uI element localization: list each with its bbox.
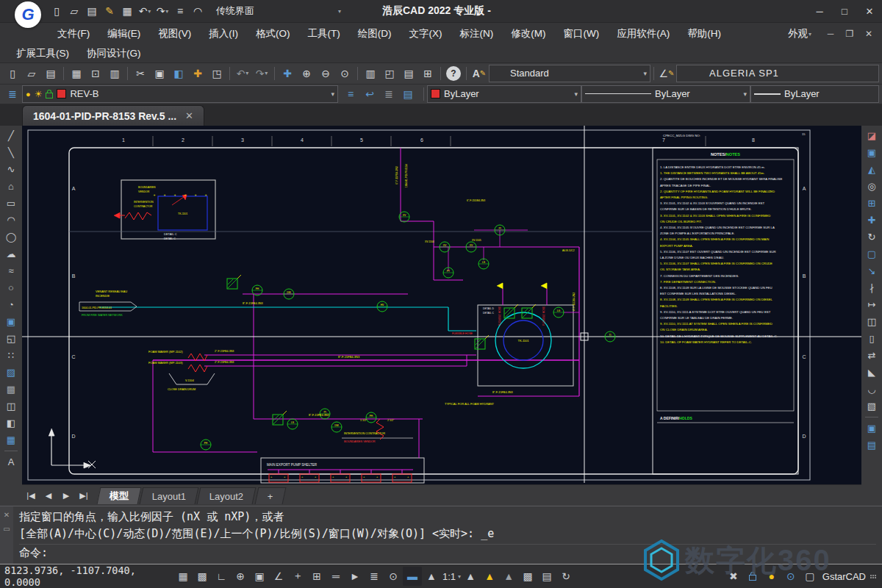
angular-snap-button[interactable]: ∠ xyxy=(269,567,288,586)
rotate-button[interactable]: ↻ xyxy=(863,229,881,245)
status-bulb-button[interactable]: ● xyxy=(762,567,781,586)
ortho-mode-button[interactable]: ∟ xyxy=(212,567,231,586)
layer-walk-button[interactable]: ≣ xyxy=(365,567,384,586)
paste-button[interactable]: ◧ xyxy=(169,64,188,83)
tool-palettes-button[interactable]: ▤ xyxy=(399,64,418,83)
layout-tab-Layout1[interactable]: Layout1 xyxy=(140,487,199,504)
auto-annotation-button[interactable]: ▲ xyxy=(499,567,518,586)
make-block-button[interactable]: ◱ xyxy=(2,330,20,347)
erase-button[interactable]: ◪ xyxy=(863,127,881,144)
layer-isolate-button[interactable]: ≣ xyxy=(379,85,398,104)
menu-item-11[interactable]: 应用软件(A) xyxy=(608,23,678,45)
workspace-stack-button[interactable]: ≡ xyxy=(172,2,188,20)
stretch-button[interactable]: ↘ xyxy=(863,262,881,279)
menu-item-0[interactable]: 文件(F) xyxy=(49,23,98,45)
open-folder-button[interactable]: ▱ xyxy=(66,2,82,20)
menu-item-9[interactable]: 修改(M) xyxy=(502,23,554,45)
line-button[interactable]: ╱ xyxy=(2,127,20,144)
polygon-button[interactable]: ⌂ xyxy=(2,178,20,195)
menu-item-10[interactable]: 窗口(W) xyxy=(555,23,609,45)
array-button[interactable]: ⊞ xyxy=(863,195,881,212)
layout-tab-Layout2[interactable]: Layout2 xyxy=(197,487,257,504)
revision-cloud-button[interactable]: ☁ xyxy=(2,245,20,262)
open-button[interactable]: ▱ xyxy=(22,64,41,83)
minimize-button[interactable]: ─ xyxy=(807,0,832,22)
break-button[interactable]: ▯ xyxy=(863,330,881,347)
layout-nav-0[interactable]: |◀ xyxy=(22,487,40,504)
mdi-minimize-button[interactable]: ─ xyxy=(822,26,839,42)
document-tab[interactable]: 1604-01-PID-PR-8153 Rev.5 ... ✕ xyxy=(22,105,204,126)
selection-cycling-button[interactable]: ► xyxy=(345,567,365,586)
zoom-previous-button[interactable]: ⊙ xyxy=(335,64,354,83)
annotation-scale-button[interactable]: ▲ xyxy=(461,567,480,586)
mdi-close-button[interactable]: ✕ xyxy=(860,26,878,42)
cycle-button[interactable]: ↻ xyxy=(556,567,576,586)
undo-button[interactable]: ↶▾ xyxy=(233,64,252,83)
snap-mode-button[interactable]: ▩ xyxy=(193,567,212,586)
layout-tab-模型[interactable]: 模型 xyxy=(97,487,142,504)
region-button[interactable]: ◫ xyxy=(2,398,20,415)
extend-button[interactable]: ↦ xyxy=(863,296,881,313)
headset-button[interactable]: ◠ xyxy=(190,2,206,20)
annotation-visibility-button[interactable]: ▲ xyxy=(480,567,499,586)
menu-item-2[interactable]: 视图(V) xyxy=(149,23,200,45)
magnifier-button[interactable]: ⊙ xyxy=(384,567,403,586)
layout-nav-1[interactable]: ◀ xyxy=(40,487,57,504)
print-button[interactable]: ▦ xyxy=(67,64,86,83)
quick-properties-button[interactable]: ▤ xyxy=(537,567,556,586)
print-button[interactable]: ▦ xyxy=(119,2,135,20)
menu-item-1[interactable]: 协同设计(G) xyxy=(78,43,150,65)
circle-button[interactable]: ◯ xyxy=(2,229,20,245)
hardware-acceleration-button[interactable]: ▬ xyxy=(403,567,422,586)
rectangle-button[interactable]: ▭ xyxy=(2,195,20,212)
arc-button[interactable]: ◠ xyxy=(2,212,20,229)
polyline-button[interactable]: ∿ xyxy=(2,161,20,178)
copy-clip-button[interactable]: ▣ xyxy=(150,64,169,83)
grid-display-button[interactable]: ▦ xyxy=(173,567,193,586)
layout-nav-2[interactable]: ▶ xyxy=(57,487,75,504)
dim-style-combo[interactable]: ALGERIA SP1 xyxy=(676,65,879,82)
lineweight-display-button[interactable]: ═ xyxy=(326,567,345,586)
copy-button[interactable]: ▣ xyxy=(863,144,881,161)
workspace-switcher[interactable]: 传统界面 ▾ xyxy=(210,2,347,20)
maximize-button[interactable]: □ xyxy=(832,0,857,22)
resize-grip[interactable] xyxy=(870,575,878,578)
command-options-icon[interactable]: ▭ xyxy=(3,525,10,533)
layer-previous-button[interactable]: ↩ xyxy=(360,85,379,104)
appearance-menu[interactable]: 外观 ▾ xyxy=(779,23,820,45)
lock-ui-button[interactable] xyxy=(743,567,762,586)
clean-screen-button[interactable]: ✖ xyxy=(724,567,743,586)
group-button[interactable]: ▤ xyxy=(863,437,881,453)
dynamic-input-button[interactable]: ⊞ xyxy=(307,567,326,586)
construction-line-button[interactable]: ╲ xyxy=(2,144,20,161)
spline-button[interactable]: ≈ xyxy=(2,262,20,279)
fullscreen-button[interactable]: ▢ xyxy=(800,567,820,586)
object-snap-button[interactable]: ▣ xyxy=(250,567,269,586)
zoom-window-button[interactable]: ⊖ xyxy=(316,64,335,83)
offset-button[interactable]: ◎ xyxy=(863,178,881,195)
raster-image-button[interactable]: ◧ xyxy=(2,415,20,431)
new-file-button[interactable]: ▯ xyxy=(49,2,65,20)
color-combo[interactable]: ByLayer ▾ xyxy=(427,85,581,103)
hatch-preview-button[interactable]: ▩ xyxy=(518,567,537,586)
undo-button[interactable]: ↶▾ xyxy=(137,2,153,20)
box-button[interactable]: ▧ xyxy=(863,398,881,415)
gradient-button[interactable]: ▩ xyxy=(2,381,20,398)
copy-base-point-button[interactable]: ◳ xyxy=(207,64,226,83)
crosshair-button[interactable]: ＋ xyxy=(288,567,307,586)
layer-states-button[interactable]: ≡ xyxy=(341,85,360,104)
menu-item-6[interactable]: 绘图(D) xyxy=(349,23,401,45)
menu-item-1[interactable]: 编辑(E) xyxy=(98,23,149,45)
print-preview-button[interactable]: ⊡ xyxy=(86,64,105,83)
command-prompt[interactable]: 命令: xyxy=(19,545,876,562)
save-button[interactable]: ▤ xyxy=(84,2,100,20)
preview-zoom-button[interactable]: ⊙ xyxy=(781,567,800,586)
layer-combo[interactable]: ● ☀ REV-B ▾ xyxy=(22,85,338,103)
trim-button[interactable]: ∤ xyxy=(863,279,881,296)
insert-block-button[interactable]: ▣ xyxy=(2,313,20,330)
gstarcad-logo-icon[interactable]: G xyxy=(15,1,41,28)
close-command-icon[interactable]: ✕ xyxy=(4,511,10,519)
menu-item-12[interactable]: 帮助(H) xyxy=(678,23,730,45)
mdi-restore-button[interactable]: ❐ xyxy=(841,26,858,42)
match-properties-button[interactable]: ✚ xyxy=(188,64,207,83)
